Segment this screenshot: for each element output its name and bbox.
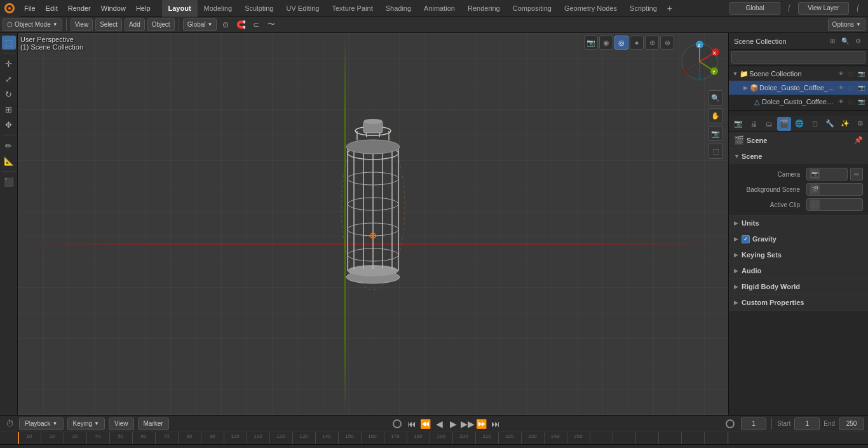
props-icon-scene[interactable]: 🎬 [777,117,791,131]
mesh-action-render[interactable]: 📷 [857,97,865,106]
tab-layout[interactable]: Layout [162,0,198,17]
cursor-tool[interactable]: ✛ [2,57,16,71]
outliner-search-icon[interactable]: 🔍 [840,36,850,46]
camera-edit-btn[interactable]: ✏ [850,168,863,180]
view-layer-selector[interactable]: View Layer [798,2,849,15]
tab-shading[interactable]: Shading [379,0,417,17]
menu-help[interactable]: Help [131,0,156,17]
menu-edit[interactable]: Edit [41,0,63,17]
zoom-in-icon[interactable]: 🔍 [708,90,723,105]
section-custom-props-header[interactable]: ▶ Custom Properties [729,295,868,310]
tab-sculpting[interactable]: Sculpting [238,0,280,17]
current-frame-field[interactable]: 1 [741,417,766,430]
scene-settings-pin[interactable]: 📌 [854,136,863,144]
camera-view-icon[interactable]: 📷 [584,36,598,50]
section-keying-header[interactable]: ▶ Keying Sets [729,247,868,262]
mesh-action-selectable[interactable]: ⬚ [846,97,855,106]
snap-icon[interactable]: 🧲 [234,18,247,31]
prev-frame-btn[interactable]: ◀ [433,417,446,430]
tree-item-coffee-machine[interactable]: ▶ 📦 Dolce_Gusto_Coffee_Machine 👁 ⬚ 📷 [729,81,868,95]
play-btn[interactable]: ▶ [447,417,460,430]
transform-orientation[interactable]: Global ▼ [183,18,217,31]
camera-icon[interactable]: 📷 [708,126,723,141]
object-menu[interactable]: Object [147,18,175,31]
add-menu[interactable]: Add [125,18,145,31]
next-keyframe-btn[interactable]: ⏩ [475,417,488,430]
gravity-checkbox[interactable] [742,235,750,243]
tab-modeling[interactable]: Modeling [198,0,239,17]
viewport-shading-render[interactable]: ● [630,36,644,50]
marker-menu[interactable]: Marker [138,417,169,430]
hand-pan-icon[interactable]: ✋ [708,108,723,123]
options-button[interactable]: Options ▼ [828,18,865,31]
keying-menu[interactable]: Keying ▼ [67,417,105,430]
add-cube-tool[interactable]: ⬛ [2,175,16,189]
props-icon-modifier[interactable]: 🔧 [823,117,837,131]
props-icon-object[interactable]: ◻ [808,117,822,131]
coffee-action-selectable[interactable]: ⬚ [846,83,855,92]
sync-icon[interactable] [393,419,402,428]
jump-end-btn[interactable]: ⏭ [489,417,502,430]
navigation-gizmo[interactable]: X Y Z [677,39,722,85]
object-properties-icon[interactable]: ⬚ [708,144,723,159]
time-indicator[interactable] [726,419,735,428]
start-frame-field[interactable]: 1 [794,417,820,430]
viewport[interactable]: User Perspective (1) Scene Collection 📷 … [18,33,728,415]
scale-tool[interactable]: ⊞ [2,102,16,116]
tree-arrow-coffee[interactable]: ▶ [742,84,749,92]
view-menu[interactable]: View [71,18,93,31]
measure-tool[interactable]: 📐 [2,154,16,168]
tree-arrow-root[interactable]: ▼ [731,70,739,78]
playhead[interactable] [18,432,19,444]
top-right-icon2[interactable]: ⎛ [851,2,864,15]
props-icon-output[interactable]: 🖨 [747,117,761,131]
section-units-header[interactable]: ▶ Units [729,215,868,231]
tab-animation[interactable]: Animation [417,0,461,17]
select-menu[interactable]: Select [95,18,122,31]
tab-geometry-nodes[interactable]: Geometry Nodes [558,0,623,17]
props-icon-view[interactable]: 🗂 [762,117,776,131]
tree-item-root[interactable]: ▼ 📁 Scene Collection 👁 ⬚ 📷 [729,67,868,81]
tab-rendering[interactable]: Rendering [461,0,506,17]
viewport-overlays[interactable]: ⊕ [645,36,659,50]
move-tool[interactable]: ⤢ [2,72,16,86]
next-frame-btn[interactable]: ▶▶ [461,417,474,430]
tree-action-selectable[interactable]: ⬚ [846,69,855,78]
scene-selector[interactable]: Global [729,2,780,15]
playback-menu[interactable]: Playback ▼ [19,417,64,430]
tab-uv-editing[interactable]: UV Editing [280,0,326,17]
tab-texture-paint[interactable]: Texture Paint [325,0,379,17]
annotate-tool[interactable]: ✏ [2,139,16,153]
proportional-icon[interactable]: ⊂ [250,18,262,31]
section-rigid-body-header[interactable]: ▶ Rigid Body World [729,279,868,294]
end-frame-field[interactable]: 250 [839,417,864,430]
top-right-icon1[interactable]: ⎛ [783,2,796,15]
viewport-canvas[interactable]: User Perspective (1) Scene Collection 📷 … [18,33,728,415]
active-clip-field[interactable]: 🎥 [806,198,863,211]
rotate-tool[interactable]: ↻ [2,87,16,101]
menu-window[interactable]: Window [96,0,131,17]
section-gravity-header[interactable]: ▶ Gravity [729,231,868,247]
props-icon-physics[interactable]: ⚙ [853,117,867,131]
menu-render[interactable]: Render [63,0,96,17]
mode-select[interactable]: ⬡ Object Mode ▼ [3,18,62,31]
pivot-icon[interactable]: ⊙ [219,18,232,31]
transform-tool[interactable]: ✥ [2,118,16,132]
viewport-shading-solid[interactable]: ◉ [599,36,613,50]
tree-action-render[interactable]: 📷 [857,69,865,78]
timeline-view-menu[interactable]: View [109,417,134,430]
coffee-action-visible[interactable]: 👁 [836,83,845,92]
props-icon-render[interactable]: 📷 [731,117,745,131]
camera-field[interactable]: 📷 [806,168,848,180]
viewport-gizmos[interactable]: ⊗ [660,36,674,50]
outliner-search-input[interactable] [731,51,865,64]
tab-compositing[interactable]: Compositing [506,0,558,17]
props-icon-world[interactable]: 🌐 [792,117,806,131]
tree-action-visible[interactable]: 👁 [836,69,845,78]
outliner-filter-icon[interactable]: ⊞ [827,36,837,46]
viewport-shading-material[interactable]: ◎ [614,36,628,50]
coffee-action-render[interactable]: 📷 [857,83,865,92]
background-scene-field[interactable]: 🎬 [806,183,863,196]
add-workspace-button[interactable]: + [663,2,676,15]
prev-keyframe-btn[interactable]: ⏪ [419,417,432,430]
